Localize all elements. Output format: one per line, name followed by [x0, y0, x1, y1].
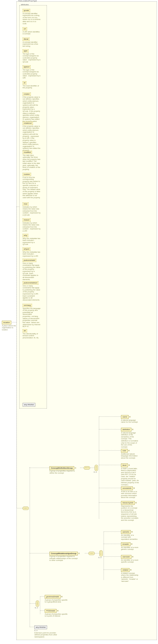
connector — [99, 488, 121, 488]
expand-icon: ⊞ — [61, 596, 63, 598]
element-remoteinfo: remoteInfo⊞A link to an item or a web re… — [121, 486, 139, 499]
sequence-icon — [89, 552, 95, 555]
element-note: note⊞Additional natural language informa… — [121, 449, 139, 459]
attr-why: whyWhy the metadata has been included - … — [23, 234, 40, 246]
attr-dir: dirThe directionality of textual content… — [23, 329, 40, 339]
root-element-label: location — [2, 321, 11, 324]
element-broader: broader⊞An identifier of a more generic … — [121, 542, 139, 550]
connector — [30, 468, 49, 468]
element-definition: definition⊞A natural language definition… — [121, 428, 139, 448]
connector — [30, 553, 49, 554]
sequence-icon — [23, 507, 29, 510]
connector — [99, 416, 99, 519]
choice-icon — [99, 550, 103, 556]
connector — [17, 508, 23, 508]
connector — [80, 468, 84, 468]
attr-literal: literalA concept identifier expressed as… — [23, 38, 40, 47]
expand-icon: ⊟ — [75, 467, 76, 469]
expand-icon: ⊞ — [128, 464, 130, 466]
element-facet: facet⊞In NAR 1.8 and later, facet is dep… — [121, 464, 139, 486]
attr-uri: uriA URI which identifies a concept. — [23, 27, 40, 35]
expand-icon: ⊞ — [131, 543, 133, 546]
connector — [90, 468, 95, 468]
connector — [17, 206, 19, 207]
connector — [104, 570, 121, 570]
occurrence: 0..∞ — [34, 630, 58, 632]
connector — [104, 532, 104, 580]
connector — [17, 206, 17, 508]
connector — [85, 553, 89, 554]
any-attribute: any ##other — [23, 403, 35, 407]
expand-icon: ⊞ — [129, 416, 131, 418]
choice-icon — [95, 465, 98, 471]
attr-how: howIndicates by which means the value wa… — [23, 202, 40, 216]
connector — [104, 544, 121, 544]
expand-icon: ⊟ — [78, 552, 80, 555]
type-name: FlexLocationPropType — [18, 0, 37, 2]
element-poidetails: POIDetails⊞A group of properties specifi… — [45, 609, 68, 617]
connector — [40, 596, 45, 596]
attr-pubconstraint: pubconstraintOne or many constraints tha… — [23, 259, 40, 280]
attr-howuri: howuriIndicates by which means the value… — [23, 218, 40, 232]
connector — [30, 627, 34, 627]
attr-custom: customIf set to true the corresponding p… — [23, 173, 40, 198]
connector — [104, 556, 121, 557]
expand-icon: ⊞ — [135, 502, 137, 504]
occurrence: 0..∞ — [35, 607, 38, 609]
element-geoareadetails: geoAreaDetails⊞A group of properties spe… — [45, 595, 68, 603]
root-element-desc: A place where the organisation is locate… — [2, 325, 16, 331]
expand-icon: ⊞ — [57, 610, 59, 612]
connector — [99, 450, 121, 450]
connector — [99, 502, 121, 503]
attr-id: idThe local identifier of the property. — [23, 81, 40, 89]
connector — [95, 553, 99, 554]
occurrence: 0..∞ — [94, 471, 97, 473]
element-narrower: narrower⊞An identifier of a more specifi… — [121, 555, 139, 563]
group-concept-relationships: ConceptRelationshipsGroup⊟ — [49, 552, 80, 556]
expand-icon: ⊞ — [131, 531, 133, 533]
attr-whyuri: whyuriWhy the metadata has been included… — [23, 248, 40, 257]
group-concept-definition: ConceptDefinitionGroup⊟ — [49, 466, 76, 470]
element-name: name⊞A natural language name for the con… — [121, 415, 139, 423]
attr-typeuri: typeuriThe type of the concept assigned … — [23, 65, 40, 79]
connector — [30, 467, 30, 627]
connector — [99, 429, 121, 430]
connector — [99, 416, 121, 417]
attr-type: typeThe type of the concept assigned as … — [23, 49, 40, 63]
occurrence: 0..∞ — [98, 556, 102, 558]
connector — [12, 322, 17, 322]
connector — [99, 465, 121, 465]
element-sameas: sameAs⊞An identifier of a concept with e… — [121, 530, 139, 540]
expand-icon: ⊞ — [133, 487, 135, 490]
connector — [104, 532, 121, 532]
choice-icon — [36, 600, 39, 607]
connector — [40, 610, 45, 611]
expand-icon: ⊞ — [132, 556, 133, 558]
sequence-icon — [84, 466, 90, 470]
attr-creatoruri: creatoruriIf the property value is not d… — [23, 122, 40, 152]
attr-creator: creatorIf the property value is not defi… — [23, 92, 40, 122]
expand-icon: ⊞ — [130, 569, 132, 571]
expand-icon: ⊞ — [128, 450, 130, 452]
element-hierarchyinfo: hierarchyInfo⊞Represents the position of… — [121, 501, 139, 522]
attr-modified: modifiedThe date (and, optionally, the t… — [23, 151, 40, 171]
group-concept-definition-desc: A group of properties required to define… — [49, 470, 78, 474]
connector — [40, 596, 40, 614]
group-concept-relationships-desc: A group of properties required to indica… — [49, 556, 78, 562]
attr-pubconstrainturi: pubconstrainturiOne or many constraints … — [23, 281, 40, 301]
attributes-label: attributes — [21, 4, 29, 6]
attr-xmllang: xml:langSpecifies the language of this p… — [23, 304, 40, 328]
any-element: any ##other0..∞Extension point for provi… — [34, 626, 58, 638]
expand-icon: ⊞ — [132, 428, 133, 431]
attr-qcode: qcodeA concept identifier expressed as a… — [23, 9, 40, 25]
element-related: related⊞A related concept, where the rel… — [121, 568, 139, 582]
